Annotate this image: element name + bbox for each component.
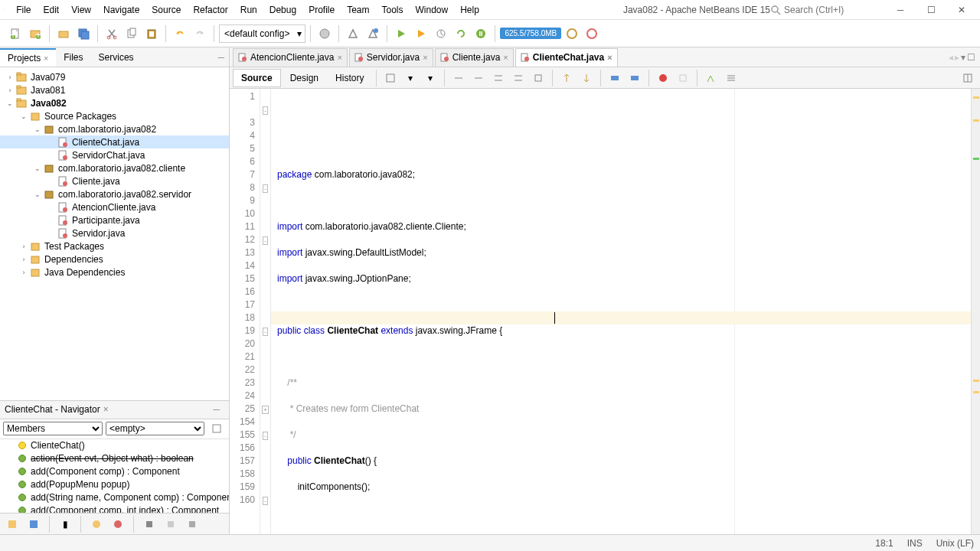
menu-source[interactable]: Source xyxy=(145,2,187,18)
search-input[interactable] xyxy=(784,5,876,15)
tree-node[interactable]: ServidorChat.java xyxy=(0,148,229,161)
tree-node[interactable]: ⌄com.laboratorio.java082 xyxy=(0,122,229,135)
nav-settings-icon[interactable] xyxy=(207,419,226,438)
et-icon[interactable] xyxy=(449,69,468,87)
menu-profile[interactable]: Profile xyxy=(302,2,341,18)
filter8-icon[interactable] xyxy=(183,515,201,533)
minimize-panel-icon[interactable]: ─ xyxy=(213,404,220,415)
menu-run[interactable]: Run xyxy=(234,2,263,18)
clean-build-icon[interactable] xyxy=(364,24,382,43)
macro-stop-icon[interactable] xyxy=(674,69,692,87)
split-icon[interactable] xyxy=(959,69,977,87)
navigator-item[interactable]: add(Component comp) : Component xyxy=(0,465,229,478)
project-tree[interactable]: ›Java079›Java081⌄Java082⌄Source Packages… xyxy=(0,67,229,400)
et-icon[interactable] xyxy=(529,69,547,87)
menu-navigate[interactable]: Navigate xyxy=(97,2,145,18)
menu-tools[interactable]: Tools xyxy=(375,2,409,18)
menu-view[interactable]: View xyxy=(65,2,97,18)
tree-node[interactable]: Cliente.java xyxy=(0,174,229,187)
quick-search[interactable] xyxy=(770,5,876,15)
tree-node[interactable]: Participante.java xyxy=(0,214,229,227)
filter6-icon[interactable] xyxy=(140,515,158,533)
menu-team[interactable]: Team xyxy=(341,2,375,18)
tree-node[interactable]: ›Java Dependencies xyxy=(0,266,229,279)
new-project-icon[interactable]: + xyxy=(26,24,44,43)
minimize-panel-icon[interactable]: ─ xyxy=(217,52,224,63)
line-gutter[interactable]: 1345678910111213141516171819202122232425… xyxy=(230,89,260,534)
filter7-icon[interactable] xyxy=(162,515,180,533)
paste-icon[interactable] xyxy=(142,24,161,43)
close-icon[interactable]: × xyxy=(607,53,612,62)
profile-icon[interactable] xyxy=(432,24,450,43)
copy-icon[interactable] xyxy=(122,24,141,43)
tab-projects[interactable]: Projects× xyxy=(0,48,56,67)
save-all-icon[interactable] xyxy=(74,24,93,43)
et-icon[interactable] xyxy=(489,69,508,87)
navigator-list[interactable]: ClienteChat()action(Event evt, Object wh… xyxy=(0,439,229,514)
tab-list-icon[interactable]: ▾ xyxy=(961,52,965,63)
memory-indicator[interactable]: 625.5/758.0MB xyxy=(500,28,561,39)
et-icon[interactable]: ▾ xyxy=(421,69,439,87)
cut-icon[interactable] xyxy=(103,24,121,43)
undo-icon[interactable] xyxy=(171,24,189,43)
reload-icon[interactable] xyxy=(452,24,470,43)
source-tab[interactable]: Source xyxy=(233,69,281,87)
navigator-item[interactable]: add(PopupMenu popup) xyxy=(0,478,229,491)
history-tab[interactable]: History xyxy=(328,70,371,86)
navigator-item[interactable]: add(Component comp, int index) : Compone… xyxy=(0,504,229,514)
menu-refactor[interactable]: Refactor xyxy=(187,2,234,18)
globe-icon[interactable] xyxy=(315,24,334,43)
tree-node[interactable]: ⌄com.laboratorio.java082.servidor xyxy=(0,187,229,201)
tab-files[interactable]: Files xyxy=(56,49,90,66)
fold-gutter[interactable]: ----+-- xyxy=(260,89,271,534)
tree-node[interactable]: ⌄Java082 xyxy=(0,96,229,109)
run-icon[interactable] xyxy=(392,24,410,43)
editor-tab[interactable]: Cliente.java× xyxy=(435,48,514,67)
et-icon[interactable] xyxy=(626,69,644,87)
tab-right-icon[interactable]: ▸ xyxy=(955,52,959,63)
navigator-item[interactable]: ClienteChat() xyxy=(0,439,229,452)
et-icon[interactable] xyxy=(606,69,624,87)
filter3-icon[interactable]: ▮ xyxy=(56,515,74,533)
close-icon[interactable]: × xyxy=(44,54,48,63)
et-icon[interactable] xyxy=(469,69,488,87)
menu-file[interactable]: File xyxy=(10,2,37,18)
tree-node[interactable]: ›Java079 xyxy=(0,70,229,83)
maximize-button[interactable]: ☐ xyxy=(916,1,946,19)
close-icon[interactable]: × xyxy=(337,53,341,62)
tree-node[interactable]: ⌄com.laboratorio.java082.cliente xyxy=(0,161,229,174)
editor-tab[interactable]: ClienteChat.java× xyxy=(515,48,618,67)
tree-node[interactable]: ›Test Packages xyxy=(0,240,229,253)
design-tab[interactable]: Design xyxy=(283,70,326,86)
menu-edit[interactable]: Edit xyxy=(37,2,65,18)
tab-left-icon[interactable]: ◂ xyxy=(949,52,953,63)
minimize-button[interactable]: ─ xyxy=(885,1,916,19)
run-config-select[interactable]: <default config>▾ xyxy=(219,24,305,43)
et-icon[interactable] xyxy=(577,69,596,87)
et-icon[interactable]: ▾ xyxy=(401,69,420,87)
redo-icon[interactable] xyxy=(191,24,209,43)
gc-icon[interactable] xyxy=(563,24,581,43)
filter1-icon[interactable] xyxy=(3,515,21,533)
et-icon[interactable] xyxy=(722,69,740,87)
editor-tab[interactable]: AtencionCliente.java× xyxy=(233,48,348,67)
tree-node[interactable]: AtencionCliente.java xyxy=(0,201,229,214)
tab-services[interactable]: Services xyxy=(91,49,142,66)
stop-icon[interactable] xyxy=(472,24,490,43)
macro-record-icon[interactable] xyxy=(654,69,672,87)
editor-tab[interactable]: Servidor.java× xyxy=(349,48,433,67)
menu-debug[interactable]: Debug xyxy=(263,2,302,18)
tree-node[interactable]: Servidor.java xyxy=(0,227,229,240)
close-icon[interactable]: × xyxy=(103,404,109,415)
filter5-icon[interactable] xyxy=(109,515,127,533)
tree-node[interactable]: ›Java081 xyxy=(0,83,229,96)
filter4-icon[interactable] xyxy=(87,515,106,533)
filter2-icon[interactable] xyxy=(24,515,43,533)
close-button[interactable]: ✕ xyxy=(946,1,977,19)
menu-help[interactable]: Help xyxy=(454,2,485,18)
tree-node[interactable]: ClienteChat.java xyxy=(0,135,229,148)
tab-max-icon[interactable]: ☐ xyxy=(967,52,975,63)
menu-window[interactable]: Window xyxy=(410,2,455,18)
navigator-item[interactable]: add(String name, Component comp) : Compo… xyxy=(0,491,229,504)
open-icon[interactable] xyxy=(54,24,73,43)
